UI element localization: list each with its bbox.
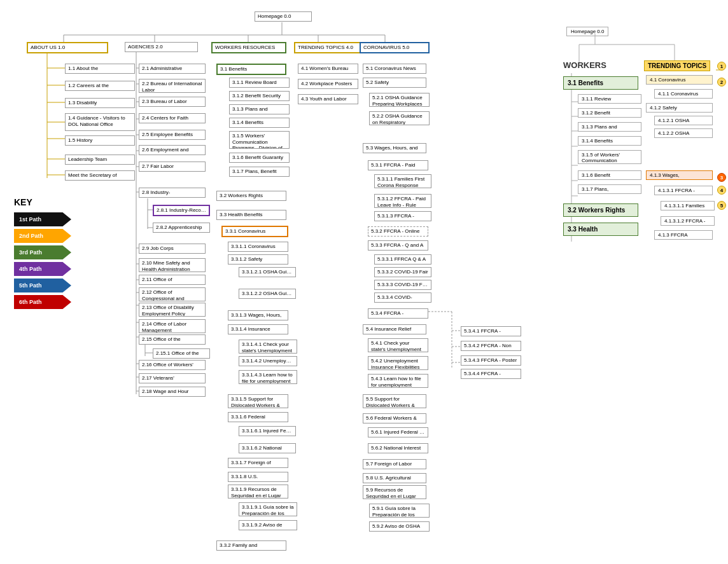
rp-4-1-3-ffcra: 4.1.3 FFCRA [654,230,713,240]
cv-5-9-2: 5.9.2 Aviso de OSHA [369,521,430,532]
wr-3-3-1-4-1: 3.3.1.4.1 Check your state's Unemploymen… [239,340,297,354]
ag-2-2: 2.2 Bureau of International Labor [139,79,206,93]
wr-3-3-1-4-3: 3.3.1.4.3 Learn how to file for unemploy… [239,370,297,384]
ag-2-8-2: 2.8.2 Apprenticeship [153,223,210,233]
wr-3-1: 3.1 Benefits [216,64,286,75]
rp-3-1-1: 3.1.1 Review [578,94,641,104]
rp-3-1-2: 3.1.2 Benefit [578,108,641,118]
rp-3-3-health: 3.3 Health [563,223,638,236]
cv-5-3-3-1: 5.3.3.1 FFRCA Q & A [374,254,431,265]
wr-3-1-1: 3.1.1 Review Board [229,78,290,88]
wr-3-1-4: 3.1.4 Benefits [229,118,290,128]
rp-3-1-6: 3.1.6 Benefit [578,170,641,180]
about-1-1: 1.1 About the [65,64,135,74]
wr-3-3-1-4: 3.3.1.4 Insurance [228,324,288,334]
cv-5-2-2: 5.2.2 OSHA Guidance on Respiratory [369,111,430,125]
tt-4-3: 4.3 Youth and Labor [298,94,358,104]
cv-5-3-2: 5.3.2 FFCRA - Online [368,226,428,237]
ag-2-10: 2.10 Mine Safety and Health Administrati… [139,258,206,272]
right-panel: Homepage 0.0 WORKE [560,0,728,564]
rp-3-1-7: 3.1.7 Plans, [578,184,641,194]
ag-2-3: 2.3 Bureau of Labor [139,97,206,107]
key-arrow-2nd: 2nd Path [14,229,71,243]
ag-2-15: 2.15 Office of the [139,334,206,345]
cv-5-9-1: 5.9.1 Guía sobre la Preparación de los [369,504,430,518]
rp-workers-label: WORKERS [563,60,606,70]
cv-5-3-3-3: 5.3.3.3 COVID-19 Family [374,280,431,290]
ag-2-11: 2.11 Office of [139,275,206,285]
ag-2-7: 2.7 Fair Labor [139,162,206,172]
about-1-2: 1.2 Careers at the [65,81,135,91]
coronavirus-node: CORONAVIRUS 5.0 [360,42,430,53]
cv-5-6: 5.6 Federal Workers & [363,413,426,423]
cv-5-3-1-1: 5.3.1.1 Families First Corona Response A… [374,174,431,188]
agencies-node: AGENCIES 2.0 [125,42,198,52]
wr-3-3-1-5: 3.3.1.5 Support for Dislocated Workers & [228,394,288,408]
trending-node: TRENDING TOPICS 4.0 [294,42,361,53]
rp-4-1-3-wages: 4.1.3 Wages, [646,170,713,180]
cv-5-3-4-1: 5.3.4.1 FFCRA - [461,326,521,336]
about-meet: Meet the Secretary of [65,170,135,181]
wr-3-2: 3.2 Workers Rights [216,191,286,201]
rp-badge-5: 5 [717,201,726,210]
wr-3-3-1-6: 3.3.1.6 Federal [228,412,288,422]
rp-badge-4: 4 [717,186,726,195]
main-container: KEY 1st Path 2nd Path 3rd Path 4th Path … [0,0,728,564]
key-section: KEY 1st Path 2nd Path 3rd Path 4th Path … [14,197,97,312]
rp-trending-label: TRENDING TOPICS [644,60,710,71]
cv-5-3-3-4: 5.3.3.4 COVID- [374,292,431,303]
cv-5-6-2: 5.6.2 National Interest [368,443,428,453]
rp-badge-2: 2 [717,78,726,86]
wr-3-3-1: 3.3.1 Coronavirus [221,226,288,237]
wr-3-3-1-6-2: 3.3.1.6.2 National [239,443,296,453]
homepage-node: Homepage 0.0 [255,11,312,22]
ag-2-6: 2.6 Employment and [139,145,206,155]
rp-4-1-1: 4.1.1 Coronavirus [654,89,713,99]
key-arrow-5th: 5th Path [14,279,71,292]
rp-3-1-3: 3.1.3 Plans and [578,122,641,132]
ag-2-9: 2.9 Job Corps [139,244,206,254]
ag-2-17: 2.17 Veterans' [139,373,206,383]
rp-3-1-5: 3.1.5 of Workers' Communication [578,150,641,164]
key-arrow-6th: 6th Path [14,295,71,309]
cv-5-3-1-3: 5.3.1.3 FFCRA - [374,211,431,221]
ag-2-13: 2.13 Office of Disability Employment Pol… [139,303,206,317]
ag-2-16: 2.16 Office of Workers' [139,360,206,370]
rp-4-1-3-1-1: 4.1.3.1.1 Families [661,201,715,210]
cv-5-4-3: 5.4.3 Learn how to file for unemployment [368,374,428,388]
rp-4-1-3-1: 4.1.3.1 FFCRA - [654,186,713,195]
wr-3-1-7: 3.1.7 Plans, Benefit [229,167,290,177]
tt-4-2: 4.2 Workplace Posters [298,79,358,89]
wr-3-3-1-2-2: 3.3.1.2.2 OSHA Guidance on [239,289,296,299]
about-leadership: Leadership Team [65,155,135,165]
cv-5-3-4: 5.3.4 FFCRA - [368,308,428,319]
wr-3-3-1-6-1: 3.3.1.6.1 Injured Federal Workers [239,426,296,436]
wr-3-3: 3.3 Health Benefits [216,210,286,220]
ag-2-1: 2.1 Administrative [139,64,206,74]
wr-3-3-1-9: 3.3.1.9 Recursos de Seguridad en el Luga… [228,485,288,499]
cv-5-3-3-2: 5.3.3.2 COVID-19 Fair [374,267,431,277]
key-item-3rd: 3rd Path [14,245,97,259]
about-1-5: 1.5 History [65,135,135,146]
cv-5-9: 5.9 Recursos de Seguridad en el Lugar [363,485,426,499]
rp-4-1-2: 4.1.2 Safety [646,103,713,113]
ag-2-14: 2.14 Office of Labor Management [139,319,206,333]
wr-3-3-1-9-2: 3.3.1.9.2 Aviso de [239,520,297,530]
rp-badge-3: 3 [717,173,726,182]
wr-3-1-6: 3.1.6 Benefit Guaranty [229,153,290,163]
ag-2-5: 2.5 Employee Benefits [139,130,206,140]
cv-5-2-1: 5.2.1 OSHA Guidance Preparing Workplaces [369,93,430,107]
rp-homepage: Homepage 0.0 [566,27,608,36]
rp-4-1-2-1: 4.1.2.1 OSHA [654,116,713,125]
about-1-3: 1.3 Disability [65,98,135,108]
rp-4-1-2-2: 4.1.2.2 OSHA [654,128,713,138]
cv-5-4: 5.4 Insurance Relief [363,324,426,334]
ag-2-18: 2.18 Wage and Hour [139,387,206,397]
rp-3-1-benefits: 3.1 Benefits [563,76,638,90]
rp-4-1-coronavirus: 4.1 Coronavirus [646,75,713,85]
cv-5-3-4-2: 5.3.4.2 FFCRA - Non [461,341,521,351]
wr-3-1-5: 3.1.5 Workers' Communication Programs - … [229,131,290,149]
wr-3-1-3: 3.1.3 Plans and [229,104,290,114]
cv-5-3-3: 5.3.3 FFCRA - Q and A [368,240,428,251]
rp-3-2-workers-rights: 3.2 Workers Rights [563,203,638,217]
